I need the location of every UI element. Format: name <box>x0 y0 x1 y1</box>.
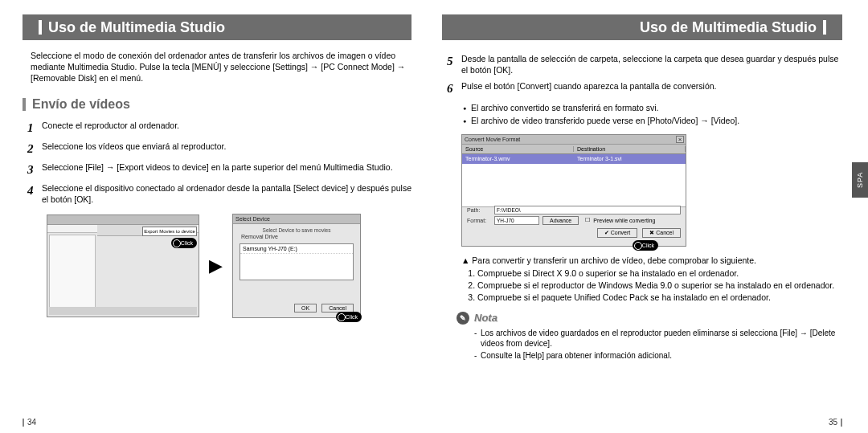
cell-source: Terminator-3.wmv <box>462 156 574 161</box>
click-badge: Click <box>336 312 362 322</box>
fig-sidebar <box>49 235 96 313</box>
list-label: Removal Drive <box>241 234 278 239</box>
col-source: Source <box>462 146 574 152</box>
decor-bar <box>823 20 826 35</box>
step-number: 6 <box>447 80 461 96</box>
dialog-caption: Select Device to save movies <box>233 227 360 233</box>
step-text: Pulse el botón [Convert] cuando aparezca… <box>461 80 842 96</box>
preview-label: Preview while converting <box>593 218 655 223</box>
figure-row: Export Movies to device Click ▶ Select D… <box>47 214 411 318</box>
device-listbox[interactable]: Samsung YH-J70 (E:) <box>240 243 354 280</box>
cancel-button[interactable]: Cancel <box>321 304 354 312</box>
page-number: 35 <box>829 418 837 427</box>
page-number-left: 34 <box>23 418 36 427</box>
preview-checkbox[interactable]: ☐ <box>585 217 590 223</box>
figure-convert-dialog: Convert Movie Format × Source Destinatio… <box>461 134 686 247</box>
bullet-item: El archivo de video transferido puede ve… <box>463 115 842 126</box>
cell-dest: Terminator 3-1.svi <box>574 156 686 161</box>
page-title-right: Uso de Multimedia Studio <box>442 14 842 40</box>
dialog-title: Select Device <box>235 216 270 222</box>
arrow-right-icon: ▶ <box>209 255 223 276</box>
page-number-right: 35 <box>829 418 842 427</box>
note-lead: ▲ Para convertir y transferir un archivo… <box>461 255 842 266</box>
step-text: Desde la pantalla de selección de carpet… <box>461 53 842 76</box>
path-field[interactable]: F:\VIDEO\ <box>494 206 681 214</box>
decor-tick <box>23 419 24 427</box>
step-number: 3 <box>27 161 42 178</box>
step6-bullets: El archivo convertido se transferirá en … <box>463 102 842 126</box>
col-destination: Destination <box>574 146 686 152</box>
path-label: Path: <box>467 207 491 213</box>
info-icon: ✎ <box>457 312 469 325</box>
step-text: Seleccione los vídeos que enviará al rep… <box>42 141 411 157</box>
step-number: 4 <box>27 182 42 205</box>
step-number: 1 <box>27 120 42 136</box>
decor-bar <box>39 20 42 35</box>
dialog-title: Convert Movie Format <box>465 137 520 142</box>
step-number: 5 <box>447 53 461 76</box>
section-heading: Envío de vídeos <box>23 97 411 112</box>
advance-button[interactable]: Advance <box>542 216 579 225</box>
note-item: Compruebe si Direct X 9.0 o superior se … <box>477 268 842 279</box>
format-field[interactable]: YH-J70 <box>494 216 539 225</box>
convert-button[interactable]: ✔ Convert <box>597 228 637 238</box>
click-badge: Click <box>171 238 197 248</box>
step-3: 3 Seleccione [File] → [Export videos to … <box>27 161 411 178</box>
title-text-right: Uso de Multimedia Studio <box>640 19 817 36</box>
nota-label: Nota <box>474 312 497 324</box>
ok-button[interactable]: OK <box>294 304 317 312</box>
intro-paragraph: Seleccione el modo de conexión del orden… <box>31 50 411 84</box>
step-6: 6 Pulse el botón [Convert] cuando aparez… <box>447 80 842 96</box>
export-movies-button[interactable]: Export Movies to device <box>142 227 197 236</box>
nota-line: Consulte la [Help] para obtener informac… <box>474 350 842 362</box>
device-list-item[interactable]: Samsung YH-J70 (E:) <box>240 244 353 254</box>
page-title-left: Uso de Multimedia Studio <box>23 14 411 40</box>
convert-table-blank <box>462 164 686 207</box>
cancel-label: Cancel <box>656 230 674 235</box>
note-item: Compruebe si el reproductor de Windows M… <box>477 280 842 291</box>
format-label: Format: <box>467 218 491 223</box>
nota-line: Los archivos de video guardados en el re… <box>474 328 842 349</box>
bullet-item: El archivo convertido se transferirá en … <box>463 102 842 113</box>
note-list: Compruebe si Direct X 9.0 o superior se … <box>477 268 842 304</box>
section-title: Envío de vídeos <box>32 97 130 112</box>
fig-dialog-titlebar: Select Device <box>233 214 360 224</box>
title-text-left: Uso de Multimedia Studio <box>48 19 225 36</box>
fig-statusbar <box>49 307 197 315</box>
close-icon[interactable]: × <box>676 136 684 143</box>
decor-tick <box>23 98 26 111</box>
fig-window-titlebar <box>47 215 199 225</box>
figure-multimedia-studio: Export Movies to device Click <box>47 214 199 317</box>
convert-table-row[interactable]: Terminator-3.wmv Terminator 3-1.svi <box>462 154 686 164</box>
nota-header: ✎ Nota <box>457 312 842 325</box>
step-2: 2 Seleccione los vídeos que enviará al r… <box>27 141 411 157</box>
step-1: 1 Conecte el reproductor al ordenador. <box>27 120 411 136</box>
convert-table-header: Source Destination <box>462 145 686 154</box>
step-number: 2 <box>27 141 42 157</box>
fig-dialog-titlebar: Convert Movie Format × <box>462 135 686 145</box>
page-number: 34 <box>27 418 36 427</box>
step-text: Seleccione [File] → [Export videos to de… <box>42 161 411 178</box>
figure-select-device-dialog: Select Device Select Device to save movi… <box>232 214 361 318</box>
cancel-button[interactable]: ✖ Cancel <box>642 228 681 238</box>
step-text: Conecte el reproductor al ordenador. <box>42 120 411 136</box>
step-text: Seleccione el dispositivo conectado al o… <box>42 182 411 205</box>
language-sidetab: SPA <box>852 162 868 198</box>
decor-tick <box>841 419 842 427</box>
convert-label: Convert <box>611 230 631 235</box>
step-5: 5 Desde la pantalla de selección de carp… <box>447 53 842 76</box>
note-item: Compruebe si el paquete Unified Codec Pa… <box>477 292 842 303</box>
nota-lines: Los archivos de video guardados en el re… <box>474 328 842 362</box>
click-badge: Click <box>633 240 658 251</box>
step-4: 4 Seleccione el dispositivo conectado al… <box>27 182 411 205</box>
